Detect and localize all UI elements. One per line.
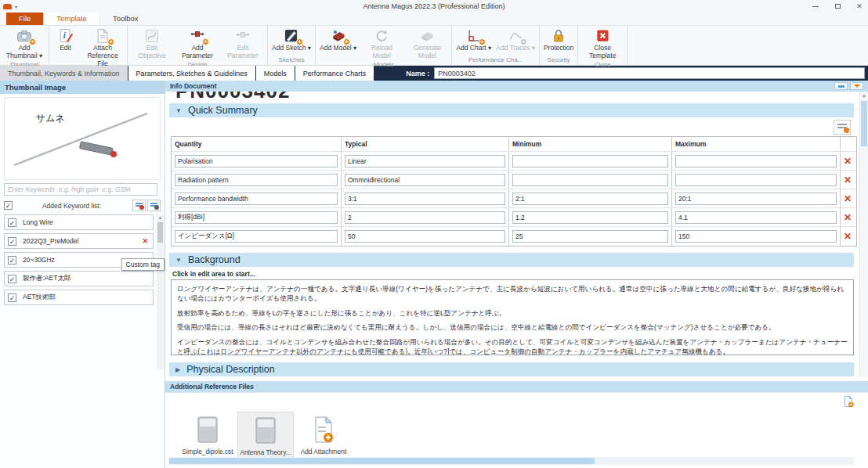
maximum-field[interactable] [675,193,837,205]
add-attachment-icon [312,416,335,444]
chart-axes-icon: + [465,27,483,45]
minimize-icon[interactable] [810,2,821,11]
delete-row-icon[interactable]: ✕ [844,156,852,167]
background-section-header[interactable]: ▼ Background [169,253,854,267]
minimum-field[interactable] [512,230,668,243]
maximize-icon[interactable] [832,2,843,11]
keyword-checkbox[interactable]: ✓ [8,256,16,265]
ribbon-tab-bar: File Template Toolbox [0,13,868,26]
minimum-field[interactable] [512,174,668,186]
attachment-tile[interactable]: Simple_dipole.cst [179,412,236,460]
tab-thumbnail-keywords-information[interactable]: Thumbnail, Keywords & Information [0,66,128,81]
template-name-input[interactable] [434,67,865,79]
traces-icon: + [506,27,525,45]
attachment-tile-selected[interactable]: Antenna Theory... [237,412,294,460]
maximum-field[interactable] [675,174,837,186]
parameter-slider-icon: + [188,27,207,45]
close-icon[interactable]: ✕ [854,2,865,11]
edit-info-button[interactable]: i Edit [51,27,80,52]
quantity-field[interactable] [175,230,338,243]
keyword-checkbox[interactable]: ✓ [8,218,16,227]
add-attachment-button[interactable]: Add Attachment [295,412,352,460]
camera-icon: + [15,27,34,45]
keyword-item[interactable]: ✓ 2022Q3_PreModel ✕ [4,233,154,249]
add-thumbnail-button[interactable]: + Add Thumbnail ▾ [2,27,47,60]
keyword-item[interactable]: ✓ AET技術部 [4,290,154,305]
edit-keywords-icon[interactable] [147,200,161,211]
protection-button[interactable]: Protection [541,27,576,52]
add-summary-row-button[interactable] [834,120,851,135]
maximum-field[interactable] [675,155,837,167]
expand-sections-icon[interactable] [850,82,863,90]
typical-field[interactable] [345,174,505,186]
tab-models[interactable]: Models [256,66,295,81]
ribbon-group-models: + Add Model ▾ Reload Model Generate Mode… [316,26,452,65]
quantity-field[interactable] [175,155,338,167]
minimum-field[interactable] [512,193,668,205]
maximum-field[interactable] [675,211,837,224]
info-document-body: PN0003402 ▼ Quick Summary Quantity Typic… [165,92,868,376]
table-row: ✕ [172,189,856,208]
typical-field[interactable] [345,230,505,243]
minimum-field[interactable] [512,155,668,167]
model-3d-icon: + [329,27,348,45]
reload-model-button: Reload Model [359,27,404,60]
add-model-button[interactable]: + Add Model ▾ [317,27,359,52]
quick-summary-section-header[interactable]: ▼ Quick Summary [169,103,854,117]
column-header: Maximum [672,137,841,151]
add-sketch-button[interactable]: + Add Sketch ▾ [269,27,313,52]
reference-files-scrollbar[interactable] [168,457,854,465]
document-tab-bar: Thumbnail, Keywords & Information Parame… [0,66,868,81]
reference-files-panel: Additional Reference Files Simple_dipole… [165,381,868,468]
typical-field[interactable] [345,193,505,205]
add-chart-button[interactable]: + Add Chart ▾ [454,27,494,52]
delete-row-icon[interactable]: ✕ [844,212,852,223]
thumbnail-caption: サムネ [36,112,65,125]
keyword-item[interactable]: ✓ Long Wire [4,214,154,230]
background-paragraph: 受信用の場合には、導線の長さはそれほど厳密に決めなくても実用に耐えうる。しかし、… [177,322,848,332]
keyword-input[interactable] [4,183,157,196]
delete-keywords-icon[interactable] [132,200,146,211]
antenna-wire-image [5,98,159,179]
tab-toolbox[interactable]: Toolbox [100,13,151,25]
delete-row-icon[interactable]: ✕ [844,231,852,242]
maximum-field[interactable] [675,230,837,243]
tab-file[interactable]: File [6,13,43,25]
tab-performance-charts[interactable]: Performance Charts [295,66,374,81]
thumbnail-image[interactable]: サムネ [4,97,161,180]
tab-template[interactable]: Template [43,12,100,25]
quantity-field[interactable] [175,193,338,205]
add-reference-file-icon[interactable] [841,395,855,408]
file-icon [196,416,219,444]
physical-description-section-header[interactable]: ▶ Physical Description [169,362,854,376]
keyword-item[interactable]: ✓ 製作者:AET太郎 [4,271,154,286]
reference-files-header: Additional Reference Files [165,381,868,392]
keyword-list-scrollbar[interactable]: ▲ [157,214,164,369]
keyword-checkbox[interactable]: ✓ [8,237,16,246]
keyword-checkbox[interactable]: ✓ [8,275,16,283]
quantity-field[interactable] [175,211,338,224]
quick-summary-table: Quantity Typical Minimum Maximum ✕ [171,136,857,247]
ribbon-group-close: Close Template Close [578,26,627,65]
add-parameter-button[interactable]: + Add Parameter [175,27,220,60]
quantity-field[interactable] [175,174,338,186]
delete-row-icon[interactable]: ✕ [844,193,852,204]
info-document-scrollbar[interactable]: ▲ [859,92,868,376]
reload-icon [372,27,391,45]
typical-field[interactable] [345,155,505,167]
select-all-checkbox[interactable]: ✓ [4,201,13,210]
minimum-field[interactable] [512,211,668,224]
save-info-icon[interactable] [834,82,848,90]
background-text-area[interactable]: ロングワイヤーアンテナは、アンテナの一種である。文字通り長い導線(ワイヤー)を張… [171,279,854,355]
delete-row-icon[interactable]: ✕ [844,175,852,185]
typical-field[interactable] [345,211,505,224]
tab-parameters-sketches-guidelines[interactable]: Parameters, Sketches & Guidelines [128,66,255,81]
expand-icon: ▶ [175,366,180,373]
attach-reference-file-button[interactable]: + Attach Reference File [80,27,125,67]
close-template-button[interactable]: Close Template [580,27,625,60]
remove-keyword-icon[interactable]: ✕ [142,237,148,245]
reference-files-body: Simple_dipole.cst Antenna Theory... Add … [165,392,868,468]
keyword-list: ✓ Long Wire ✓ 2022Q3_PreModel ✕ ✓ 20~30G… [0,214,165,305]
file-icon [254,416,277,445]
keyword-checkbox[interactable]: ✓ [8,293,16,302]
